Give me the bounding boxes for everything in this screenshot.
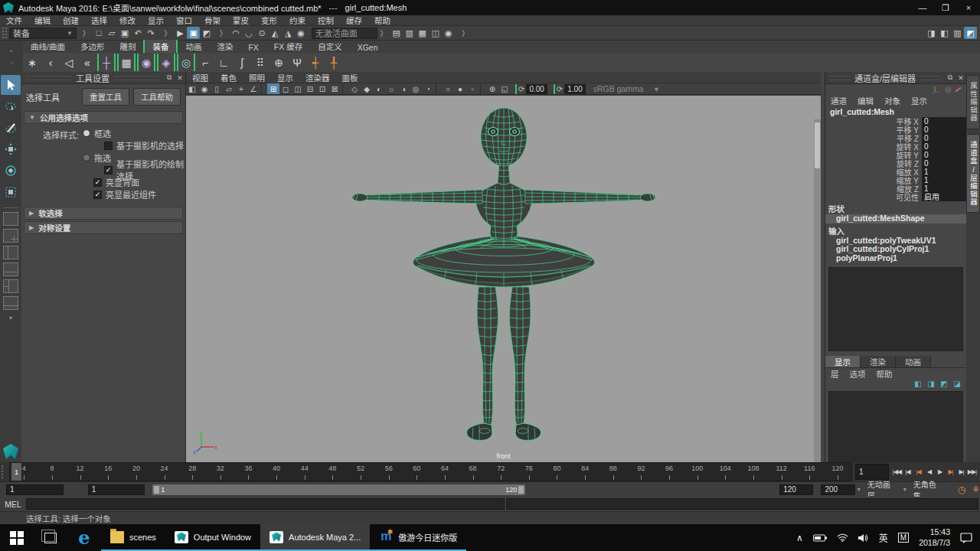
shelf-tool-icon[interactable]: « xyxy=(78,54,96,71)
status-icon[interactable]: ▱ xyxy=(106,27,119,39)
title-bar[interactable]: Autodesk Maya 2016: E:\桌面\sanwei\workfol… xyxy=(0,0,980,15)
clock[interactable]: 15:43 2018/7/3 xyxy=(919,527,950,547)
render-icon[interactable]: ▥ xyxy=(403,27,416,39)
viewport-toolbar-icon[interactable]: ◱ xyxy=(498,83,511,94)
attribute-value-field[interactable]: 1 xyxy=(922,184,966,193)
character-set-dropdown[interactable]: 无角色集 xyxy=(909,484,947,495)
exposure-icon[interactable]: ⟳ xyxy=(515,84,524,94)
channel-box-menu-item[interactable]: 编辑 xyxy=(852,95,879,106)
menu-item[interactable]: 约束 xyxy=(283,15,312,26)
option-control[interactable] xyxy=(104,142,113,150)
section-soft-selection[interactable]: ▶ 软选择 xyxy=(24,207,183,220)
option-control[interactable] xyxy=(93,191,102,199)
shelf-tool-icon[interactable]: ∗ xyxy=(23,54,41,71)
restore-button[interactable]: ❐ xyxy=(934,0,957,15)
input-node[interactable]: polyPlanarProj1 xyxy=(825,254,966,263)
layer-action-icon[interactable]: ◪ xyxy=(952,379,962,389)
snap-icon[interactable]: ◮ xyxy=(282,27,295,39)
viewport-menu-item[interactable]: 着色 xyxy=(214,72,243,83)
attribute-value-field[interactable]: 1 xyxy=(922,168,966,176)
selection-option[interactable]: 基于摄影机的绘制选择 xyxy=(83,164,185,176)
layer-editor-menu-item[interactable]: 层 xyxy=(825,368,844,380)
scale-tool[interactable] xyxy=(1,182,21,202)
layout-two-pane-button[interactable] xyxy=(3,246,18,259)
range-start-handle[interactable] xyxy=(154,486,159,494)
attribute-value-field[interactable]: 0 xyxy=(922,117,966,126)
layout-pane-timeline-button[interactable] xyxy=(3,262,18,276)
status-icon[interactable]: □ xyxy=(93,27,106,39)
shelf-tool-icon[interactable]: ◉ xyxy=(137,54,155,71)
shelf-tool-icon[interactable]: ╀ xyxy=(325,54,343,71)
shelf-tab[interactable]: 多边形 xyxy=(73,40,113,53)
viewport-toolbar-icon[interactable]: ☼ xyxy=(385,83,397,94)
viewport-toolbar-icon[interactable]: ◔ xyxy=(422,83,434,94)
layout-single-pane-button[interactable] xyxy=(3,212,18,226)
collapse-arrow-icon[interactable]: ❭ xyxy=(81,29,87,37)
viewport-toolbar-icon[interactable]: ⊕ xyxy=(486,83,498,94)
viewport-menu-item[interactable]: 渲染器 xyxy=(299,72,336,83)
shelf-tool-icon[interactable]: ∟ xyxy=(214,54,233,71)
tray-chevron-icon[interactable]: ∧ xyxy=(796,533,803,543)
maxthon-tray-icon[interactable]: M xyxy=(898,533,909,543)
viewport-toolbar-icon[interactable]: ◉ xyxy=(198,83,211,94)
option-control[interactable] xyxy=(93,178,102,187)
speaker-icon[interactable] xyxy=(858,533,869,543)
menu-item[interactable]: 变形 xyxy=(255,15,283,26)
viewport-menu-item[interactable]: 显示 xyxy=(271,72,299,83)
viewport-toolbar-icon[interactable]: ⊟ xyxy=(304,83,316,94)
viewport-toolbar-icon[interactable]: ⊠ xyxy=(328,83,341,94)
viewport-toolbar-icon[interactable]: ◻ xyxy=(279,83,292,94)
shelf-tool-icon[interactable]: ⌐ xyxy=(196,54,214,71)
attribute-value-field[interactable]: 0 xyxy=(922,151,966,159)
shelf-tab[interactable]: 曲线/曲面 xyxy=(23,40,73,53)
snap-icon[interactable]: ◭ xyxy=(269,27,282,39)
menu-item[interactable]: 显示 xyxy=(142,15,170,26)
snap-icon[interactable]: ◡ xyxy=(243,27,256,39)
attribute-value-field[interactable]: 0 xyxy=(922,134,966,142)
range-end-handle[interactable] xyxy=(518,486,524,494)
shelf-tool-icon[interactable]: ◎ xyxy=(177,54,195,71)
layout-more-caret-icon[interactable]: ▾ xyxy=(9,315,12,321)
shape-node[interactable]: girl_cutted:MeshShape xyxy=(825,214,966,223)
close-panel-icon[interactable]: ✕ xyxy=(956,74,966,82)
wifi-icon[interactable] xyxy=(837,533,848,542)
scrollbar-thumb[interactable] xyxy=(815,122,820,168)
layout-four-pane-button[interactable] xyxy=(3,229,18,243)
attribute-value-field[interactable]: 0 xyxy=(922,159,966,168)
attribute-value-field[interactable]: 1 xyxy=(922,176,966,184)
menu-item[interactable]: 编辑 xyxy=(28,15,57,26)
shelf-tool-icon[interactable]: ▦ xyxy=(117,54,136,71)
render-icon[interactable]: ▤ xyxy=(390,27,403,39)
move-tool[interactable] xyxy=(1,139,21,159)
layer-editor-tab[interactable]: 动画 xyxy=(896,356,931,367)
attribute-value-field[interactable]: 启用 xyxy=(922,193,966,201)
shelf-tab[interactable]: 雕刻 xyxy=(112,40,143,53)
menu-item[interactable]: 帮助 xyxy=(368,15,397,26)
layer-action-icon[interactable]: ◩ xyxy=(939,379,949,389)
colorspace-dropdown[interactable]: sRGB gamma ▾ xyxy=(593,84,658,93)
collapse-arrow-icon[interactable]: ❭ xyxy=(163,29,169,37)
section-symmetry[interactable]: ▶ 对称设置 xyxy=(24,221,183,234)
render-icon[interactable]: ◉ xyxy=(442,27,455,39)
playback-button[interactable]: ▶| xyxy=(946,465,956,478)
paint-select-tool[interactable] xyxy=(1,118,21,138)
playback-button[interactable]: ◀ xyxy=(924,465,934,478)
input-node[interactable]: girl_cutted:polyCylProj1 xyxy=(825,245,966,254)
selection-mask-icon[interactable]: ▶ xyxy=(174,27,187,39)
render-icon[interactable]: ▦ xyxy=(416,27,429,39)
viewport-toolbar-icon[interactable] xyxy=(480,83,485,94)
viewport-toolbar-icon[interactable]: ⊞ xyxy=(267,83,279,94)
snap-icon[interactable]: ⊙ xyxy=(256,27,269,39)
sidebar-toggle-icon[interactable]: ◧ xyxy=(938,27,951,39)
shelf-tool-icon[interactable]: ┽ xyxy=(306,54,325,71)
command-language-label[interactable]: MEL xyxy=(0,500,26,509)
tool-help-button[interactable]: 工具帮助 xyxy=(133,88,181,106)
gamma-field[interactable]: 1.00 xyxy=(564,84,585,94)
menu-item[interactable]: 窗口 xyxy=(170,15,198,26)
menu-item[interactable]: 选择 xyxy=(85,15,113,26)
viewport-toolbar-icon[interactable]: ▯ xyxy=(211,83,223,94)
float-panel-icon[interactable]: ⧉ xyxy=(945,73,956,82)
viewport-menu-item[interactable]: 照明 xyxy=(243,72,271,83)
shelf-tab[interactable]: 自定义 xyxy=(310,40,350,53)
shelf-tab[interactable]: 动画 xyxy=(178,40,209,53)
